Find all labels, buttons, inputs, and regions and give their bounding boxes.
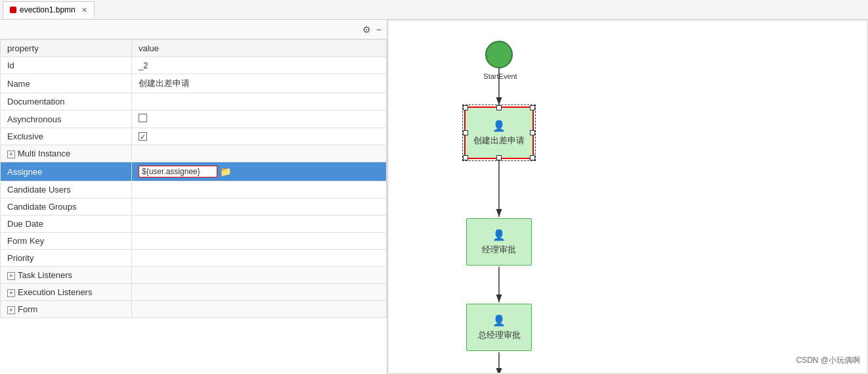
property-cell: +Execution Listeners xyxy=(1,284,132,301)
property-cell: Documentation xyxy=(1,93,132,110)
property-cell: Name xyxy=(1,74,132,93)
table-row[interactable]: Candidate Groups xyxy=(1,199,387,216)
handle-bm[interactable] xyxy=(496,155,502,160)
property-cell: Due Date xyxy=(1,216,132,233)
value-cell xyxy=(132,93,387,110)
property-cell: Priority xyxy=(1,250,132,267)
canvas-inner: StartEvent 👤 创建出差申请 👤 经 xyxy=(389,21,867,373)
tab-label: evection1.bpmn xyxy=(20,5,76,14)
table-row[interactable]: Asynchronous xyxy=(1,110,387,128)
watermark: CSDN @小玩偶啊 xyxy=(796,355,860,366)
property-cell: Asynchronous xyxy=(1,110,132,128)
value-cell: _2 xyxy=(132,57,387,74)
value-cell xyxy=(132,181,387,199)
tab-bar: evection1.bpmn ✕ xyxy=(0,0,868,20)
expand-icon[interactable]: + xyxy=(7,289,15,297)
property-cell: Candidate Users xyxy=(1,181,132,199)
table-row[interactable]: Candidate Users xyxy=(1,181,387,199)
assignee-value-wrapper: ${user.assignee}📁 xyxy=(139,166,380,177)
table-row[interactable]: Exclusive✓ xyxy=(1,128,387,145)
task1-user-icon: 👤 xyxy=(492,120,506,132)
start-event-label: StartEvent xyxy=(474,72,527,80)
property-cell: +Task Listeners xyxy=(1,267,132,284)
props-table-container: property value Id_2Name创建出差申请Documentati… xyxy=(0,39,387,374)
handle-bl[interactable] xyxy=(463,155,468,160)
value-cell: ${user.assignee}📁 xyxy=(132,162,387,181)
task1-label: 创建出差申请 xyxy=(473,135,525,147)
handle-tm[interactable] xyxy=(496,105,502,110)
col-header-property: property xyxy=(1,40,132,57)
tab-evection1[interactable]: evection1.bpmn ✕ xyxy=(3,1,95,18)
table-row[interactable]: Id_2 xyxy=(1,57,387,74)
col-header-value: value xyxy=(132,40,387,57)
minimize-icon[interactable]: − xyxy=(376,24,381,35)
tab-close-button[interactable]: ✕ xyxy=(81,6,87,14)
handle-br[interactable] xyxy=(530,155,535,160)
arrows-svg xyxy=(389,21,867,373)
task3-label: 总经理审批 xyxy=(478,329,521,341)
value-cell xyxy=(132,250,387,267)
expand-icon[interactable]: + xyxy=(7,272,15,280)
property-cell: Assignee xyxy=(1,162,132,181)
checkbox-checked[interactable]: ✓ xyxy=(139,132,147,141)
task-manager-approve[interactable]: 👤 经理审批 xyxy=(466,218,532,266)
property-cell: Exclusive xyxy=(1,128,132,145)
bpmn-file-icon xyxy=(10,7,16,13)
expand-icon[interactable]: + xyxy=(7,151,15,158)
table-row[interactable]: Priority xyxy=(1,250,387,267)
handle-ml[interactable] xyxy=(463,130,468,135)
gear-icon[interactable]: ⚙ xyxy=(362,24,371,35)
table-row[interactable]: Assignee${user.assignee}📁 xyxy=(1,162,387,181)
task-create[interactable]: 👤 创建出差申请 xyxy=(464,106,534,159)
value-cell xyxy=(132,233,387,250)
property-cell: +Form xyxy=(1,301,132,318)
table-row[interactable]: +Multi Instance xyxy=(1,145,387,162)
properties-table: property value Id_2Name创建出差申请Documentati… xyxy=(0,39,387,318)
canvas-area: StartEvent 👤 创建出差申请 👤 经 xyxy=(387,20,868,374)
handle-tl[interactable] xyxy=(463,105,468,110)
table-row[interactable]: Due Date xyxy=(1,216,387,233)
value-cell: 创建出差申请 xyxy=(132,74,387,93)
folder-icon[interactable]: 📁 xyxy=(220,166,231,177)
table-row[interactable]: +Form xyxy=(1,301,387,318)
property-cell: +Multi Instance xyxy=(1,145,132,162)
value-cell xyxy=(132,267,387,284)
value-cell xyxy=(132,216,387,233)
task2-user-icon: 👤 xyxy=(492,229,506,241)
task2-label: 经理审批 xyxy=(482,244,516,256)
table-row[interactable]: +Task Listeners xyxy=(1,267,387,284)
property-cell: Id xyxy=(1,57,132,74)
assignee-input[interactable]: ${user.assignee} xyxy=(139,166,217,177)
handle-mr[interactable] xyxy=(530,130,535,135)
bpmn-canvas[interactable]: StartEvent 👤 创建出差申请 👤 经 xyxy=(389,21,867,373)
checkbox-unchecked[interactable] xyxy=(139,114,147,122)
value-cell xyxy=(132,301,387,318)
table-row[interactable]: Form Key xyxy=(1,233,387,250)
table-row[interactable]: Documentation xyxy=(1,93,387,110)
start-event[interactable] xyxy=(485,41,513,68)
value-cell xyxy=(132,145,387,162)
value-cell xyxy=(132,199,387,216)
property-cell: Candidate Groups xyxy=(1,199,132,216)
props-toolbar: ⚙ − xyxy=(0,20,387,39)
table-row[interactable]: Name创建出差申请 xyxy=(1,74,387,93)
properties-panel: ⚙ − property value Id_2Name创建出差申请Documen… xyxy=(0,20,387,374)
table-row[interactable]: +Execution Listeners xyxy=(1,284,387,301)
main-layout: ⚙ − property value Id_2Name创建出差申请Documen… xyxy=(0,20,868,374)
task-gm-approve[interactable]: 👤 总经理审批 xyxy=(466,304,532,351)
value-cell xyxy=(132,284,387,301)
handle-tr[interactable] xyxy=(530,105,535,110)
property-cell: Form Key xyxy=(1,233,132,250)
expand-icon[interactable]: + xyxy=(7,306,15,314)
value-cell xyxy=(132,110,387,128)
task3-user-icon: 👤 xyxy=(492,314,506,327)
value-cell: ✓ xyxy=(132,128,387,145)
